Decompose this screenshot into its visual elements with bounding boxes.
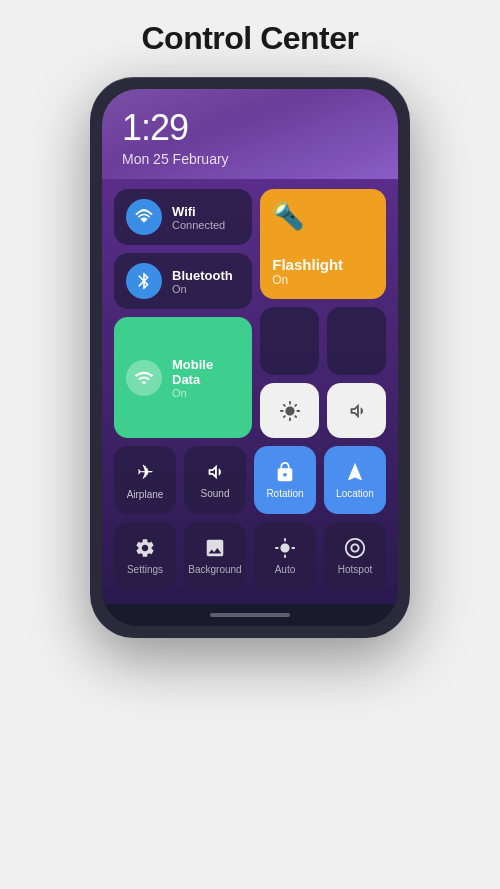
settings-row: Settings Background Auto bbox=[114, 522, 386, 590]
mobile-icon bbox=[134, 368, 154, 388]
brightness-tile[interactable] bbox=[260, 383, 319, 438]
mobile-sublabel: On bbox=[172, 387, 240, 399]
bottom-row-1: ✈ Airplane Sound Rotation bbox=[114, 446, 386, 514]
airplane-icon: ✈ bbox=[137, 460, 154, 484]
dark-tile-2[interactable] bbox=[327, 307, 386, 375]
rotation-icon bbox=[274, 461, 296, 483]
bluetooth-tile[interactable]: Bluetooth On bbox=[114, 253, 252, 309]
location-label: Location bbox=[336, 488, 374, 499]
background-tile[interactable]: Background bbox=[184, 522, 246, 590]
hotspot-icon bbox=[344, 537, 366, 559]
mobile-label: Mobile Data bbox=[172, 357, 240, 387]
mobile-label-group: Mobile Data On bbox=[172, 357, 240, 399]
flashlight-icon: 🔦 bbox=[272, 201, 374, 232]
rotation-label: Rotation bbox=[266, 488, 303, 499]
wifi-icon bbox=[134, 207, 154, 227]
settings-icon bbox=[134, 537, 156, 559]
mobile-data-tile[interactable]: Mobile Data On bbox=[114, 317, 252, 438]
flashlight-sublabel: On bbox=[272, 273, 374, 287]
location-icon bbox=[344, 461, 366, 483]
wifi-label-group: Wifi Connected bbox=[172, 204, 225, 231]
bluetooth-icon-circle bbox=[126, 263, 162, 299]
wifi-icon-circle bbox=[126, 199, 162, 235]
controls-area: Wifi Connected bbox=[102, 179, 398, 604]
auto-icon bbox=[274, 537, 296, 559]
sound-label: Sound bbox=[201, 488, 230, 499]
settings-label: Settings bbox=[127, 564, 163, 575]
page-wrapper: Control Center 1:29 Mon 25 February bbox=[0, 20, 500, 638]
home-indicator bbox=[102, 604, 398, 626]
wifi-label: Wifi bbox=[172, 204, 225, 219]
volume-icon bbox=[346, 400, 368, 422]
wifi-sublabel: Connected bbox=[172, 219, 225, 231]
time-display: 1:29 bbox=[122, 107, 378, 149]
rotation-tile[interactable]: Rotation bbox=[254, 446, 316, 514]
sound-icon bbox=[204, 461, 226, 483]
flashlight-tile[interactable]: 🔦 Flashlight On bbox=[260, 189, 386, 299]
sound-tile[interactable]: Sound bbox=[184, 446, 246, 514]
flashlight-label: Flashlight bbox=[272, 256, 374, 273]
background-icon bbox=[204, 537, 226, 559]
page-title: Control Center bbox=[142, 20, 359, 57]
airplane-tile[interactable]: ✈ Airplane bbox=[114, 446, 176, 514]
wifi-tile[interactable]: Wifi Connected bbox=[114, 189, 252, 245]
hotspot-tile[interactable]: Hotspot bbox=[324, 522, 386, 590]
flashlight-label-group: Flashlight On bbox=[272, 256, 374, 287]
bluetooth-sublabel: On bbox=[172, 283, 233, 295]
volume-tile[interactable] bbox=[327, 383, 386, 438]
bluetooth-label-group: Bluetooth On bbox=[172, 268, 233, 295]
hotspot-label: Hotspot bbox=[338, 564, 372, 575]
date-display: Mon 25 February bbox=[122, 151, 378, 167]
phone-screen: 1:29 Mon 25 February bbox=[102, 89, 398, 626]
dark-tile-1[interactable] bbox=[260, 307, 319, 375]
status-bar-area: 1:29 Mon 25 February bbox=[102, 89, 398, 179]
home-bar bbox=[210, 613, 290, 617]
location-tile[interactable]: Location bbox=[324, 446, 386, 514]
auto-tile[interactable]: Auto bbox=[254, 522, 316, 590]
mobile-icon-circle bbox=[126, 360, 162, 396]
background-label: Background bbox=[188, 564, 241, 575]
airplane-label: Airplane bbox=[127, 489, 164, 500]
bluetooth-label: Bluetooth bbox=[172, 268, 233, 283]
settings-tile[interactable]: Settings bbox=[114, 522, 176, 590]
bluetooth-icon bbox=[134, 271, 154, 291]
brightness-icon bbox=[279, 400, 301, 422]
auto-label: Auto bbox=[275, 564, 296, 575]
phone-device: 1:29 Mon 25 February bbox=[90, 77, 410, 638]
